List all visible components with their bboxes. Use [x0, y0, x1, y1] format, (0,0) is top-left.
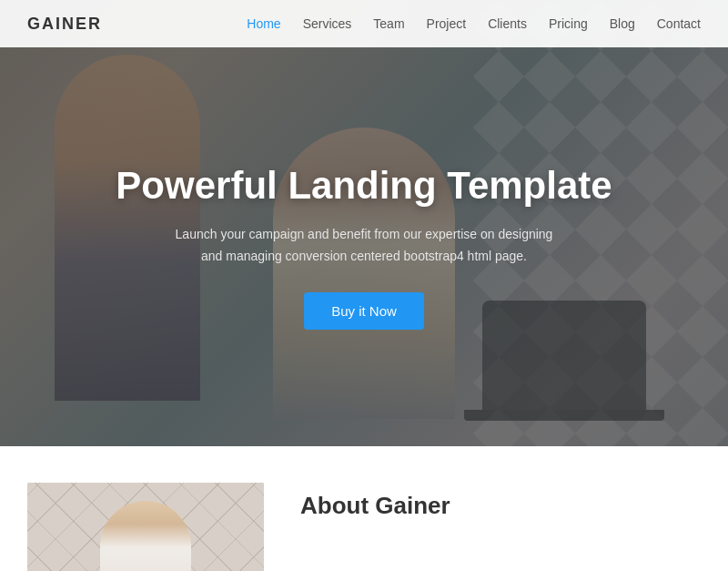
hero-section: Powerful Landing Template Launch your ca…: [0, 0, 728, 446]
nav-item-project[interactable]: Project: [427, 15, 467, 32]
brand-logo[interactable]: GAINER: [27, 15, 102, 34]
nav-link-services[interactable]: Services: [303, 16, 352, 31]
nav-item-pricing[interactable]: Pricing: [549, 15, 588, 32]
nav-item-clients[interactable]: Clients: [488, 15, 527, 32]
nav-link-blog[interactable]: Blog: [610, 16, 635, 31]
navbar: GAINER Home Services Team Project Client…: [0, 0, 728, 47]
about-text-area: About Gainer: [300, 483, 701, 520]
nav-item-blog[interactable]: Blog: [610, 15, 635, 32]
nav-link-contact[interactable]: Contact: [657, 16, 701, 31]
nav-item-services[interactable]: Services: [303, 15, 352, 32]
nav-link-team[interactable]: Team: [373, 16, 404, 31]
buy-now-button[interactable]: Buy it Now: [304, 292, 424, 330]
nav-link-home[interactable]: Home: [247, 16, 280, 31]
nav-item-contact[interactable]: Contact: [657, 15, 701, 32]
nav-link-project[interactable]: Project: [427, 16, 467, 31]
nav-link-clients[interactable]: Clients: [488, 16, 527, 31]
hero-content: Powerful Landing Template Launch your ca…: [0, 0, 728, 446]
nav-item-team[interactable]: Team: [373, 15, 404, 32]
nav-link-pricing[interactable]: Pricing: [549, 16, 588, 31]
about-image: [27, 483, 264, 571]
hero-title: Powerful Landing Template: [116, 164, 612, 208]
nav-item-home[interactable]: Home: [247, 15, 280, 32]
hero-subtitle: Launch your campaign and benefit from ou…: [173, 224, 555, 268]
about-section: About Gainer: [0, 446, 728, 571]
about-title: About Gainer: [300, 492, 701, 520]
nav-menu: Home Services Team Project Clients Prici…: [247, 15, 701, 32]
